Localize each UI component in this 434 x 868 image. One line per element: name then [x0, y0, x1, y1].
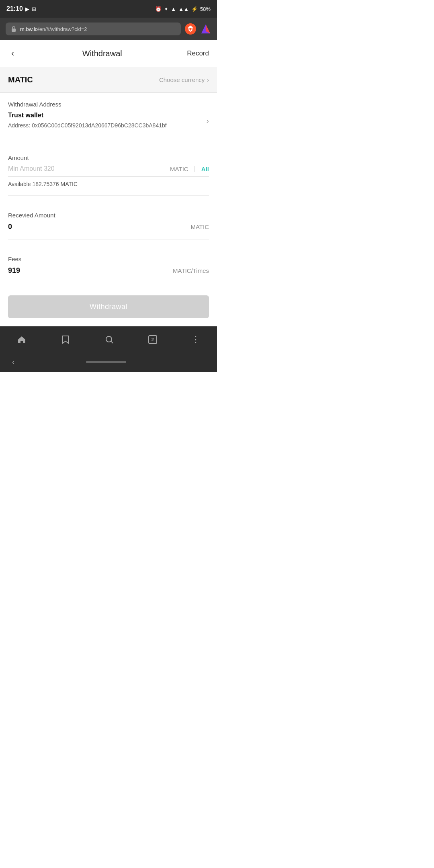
- bookmark-icon: [61, 335, 70, 344]
- currency-name: MATIC: [8, 75, 33, 84]
- notification-icon: ▶: [25, 6, 29, 12]
- brave-icon: [185, 23, 196, 35]
- amount-label: Amount: [8, 146, 209, 165]
- home-pill[interactable]: [86, 361, 126, 363]
- home-icon: [17, 335, 27, 344]
- tab-count-badge: 2: [148, 335, 157, 344]
- wallet-chevron-icon: ›: [206, 116, 209, 125]
- page-title: Withdrawal: [82, 49, 122, 58]
- back-button[interactable]: ‹: [8, 47, 17, 60]
- received-value: 0: [8, 223, 12, 231]
- record-button[interactable]: Record: [187, 49, 209, 57]
- page-header: ‹ Withdrawal Record: [0, 40, 217, 67]
- content-area: Withdrawal Address Trust wallet Address:…: [0, 93, 217, 326]
- choose-currency-button[interactable]: Choose currency ›: [159, 76, 209, 83]
- signal-icon: ▲▲: [178, 6, 189, 12]
- nav-bookmark[interactable]: [61, 335, 70, 344]
- fees-value: 919: [8, 266, 20, 275]
- svg-rect-0: [12, 29, 16, 32]
- home-indicator-bar: ‹: [0, 352, 217, 372]
- fees-row: 919 MATIC/Times: [8, 266, 209, 283]
- received-row: 0 MATIC: [8, 223, 209, 240]
- received-section: Recevied Amount 0 MATIC: [8, 196, 209, 240]
- back-nav-arrow[interactable]: ‹: [12, 358, 14, 366]
- withdrawal-button-area: Withdrawal: [8, 283, 209, 326]
- nav-tabs[interactable]: 2: [148, 335, 157, 344]
- amount-currency-label: MATIC: [170, 166, 188, 172]
- received-label: Recevied Amount: [8, 204, 209, 223]
- amount-section: Amount Min Amount 320 MATIC | All Availa…: [8, 138, 209, 196]
- nav-more[interactable]: ⋮: [191, 334, 200, 345]
- withdrawal-address-label: Withdrawal Address: [8, 93, 209, 112]
- search-icon: [104, 335, 114, 344]
- wallet-card[interactable]: Trust wallet Address: 0x056C00dC05f92013…: [8, 112, 209, 138]
- wallet-address: Address: 0x056C00dC05f92013dA20667D96bC2…: [8, 121, 167, 130]
- bottom-nav: 2 ⋮: [0, 326, 217, 352]
- alarm-icon: ⏰: [155, 6, 162, 12]
- browser-icons: [185, 23, 211, 35]
- received-currency: MATIC: [190, 223, 209, 230]
- status-time: 21:10: [6, 5, 23, 12]
- url-bar[interactable]: m.bw.io/en/#/withdraw?cid=2: [6, 23, 181, 35]
- chevron-right-icon: ›: [207, 77, 209, 83]
- url-text: m.bw.io/en/#/withdraw?cid=2: [20, 26, 87, 32]
- currency-section[interactable]: MATIC Choose currency ›: [0, 67, 217, 93]
- amount-all-button[interactable]: All: [201, 166, 209, 172]
- nav-search[interactable]: [104, 335, 114, 344]
- divider: |: [194, 165, 196, 172]
- address-bar: m.bw.io/en/#/withdraw?cid=2: [0, 18, 217, 40]
- amount-input-row: Min Amount 320 MATIC | All: [8, 165, 209, 177]
- fees-label: Fees: [8, 248, 209, 266]
- wallet-info: Trust wallet Address: 0x056C00dC05f92013…: [8, 112, 167, 130]
- available-balance: Available 182.75376 MATIC: [8, 181, 209, 196]
- wifi-icon: ▲: [171, 6, 176, 12]
- lock-icon: [10, 26, 17, 32]
- nav-home[interactable]: [17, 335, 27, 344]
- amount-currency-row: MATIC | All: [170, 165, 209, 172]
- fees-section: Fees 919 MATIC/Times: [8, 240, 209, 283]
- fees-currency: MATIC/Times: [173, 267, 209, 274]
- battery-icon: ⚡: [191, 6, 198, 12]
- more-icon: ⋮: [191, 334, 200, 345]
- sparkle-icon: ✦: [164, 6, 168, 12]
- withdrawal-button[interactable]: Withdrawal: [8, 295, 209, 318]
- wallet-name: Trust wallet: [8, 112, 167, 119]
- battery-percent: 58%: [200, 6, 211, 12]
- svg-point-4: [106, 336, 112, 342]
- camera-icon: ⊞: [32, 6, 36, 12]
- aurora-icon: [200, 23, 211, 35]
- svg-line-5: [111, 341, 113, 343]
- status-bar: 21:10 ▶ ⊞ ⏰ ✦ ▲ ▲▲ ⚡ 58%: [0, 0, 217, 18]
- amount-input[interactable]: Min Amount 320: [8, 165, 55, 172]
